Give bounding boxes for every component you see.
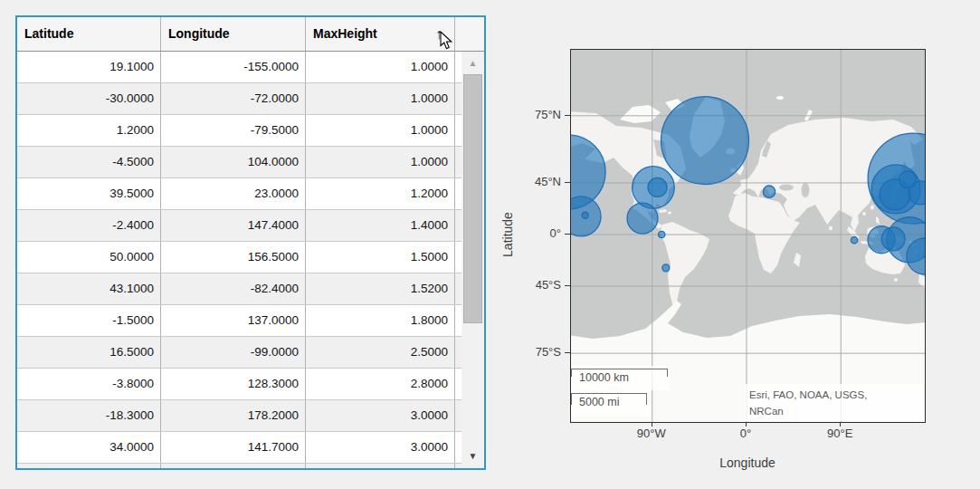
table-row[interactable]: 19.1000-155.00001.0000 <box>17 52 461 83</box>
data-bubble <box>659 231 665 237</box>
scalebar-mi-label: 5000 mi <box>579 396 619 408</box>
table-cell-maxheight[interactable]: 1.0000 <box>306 147 455 177</box>
y-tick-mark <box>565 352 570 353</box>
table-row-filler <box>455 337 461 368</box>
table-cell-maxheight[interactable]: 3.0000 <box>306 464 455 468</box>
table-cell-maxheight[interactable]: 2.5000 <box>306 337 455 368</box>
table-row[interactable]: 43.1000-82.40001.5200 <box>17 273 461 305</box>
table-cell-latitude[interactable]: -1.5000 <box>17 305 161 336</box>
landmass <box>668 212 671 215</box>
table-row[interactable]: -3.8000128.30002.8000 <box>17 369 461 400</box>
table-cell-latitude[interactable]: 19.1000 <box>17 52 161 82</box>
y-tick-label: 45°N <box>516 175 561 188</box>
data-table-panel: Latitude Longitude MaxHeight ↑ 19.1000-1… <box>15 15 486 470</box>
table-cell-latitude[interactable]: -4.5000 <box>17 147 161 177</box>
table-row-filler <box>455 178 461 209</box>
table-row-filler <box>455 369 461 399</box>
table-cell-longitude[interactable]: -82.4000 <box>161 273 306 304</box>
scroll-up-arrow-icon[interactable]: ▲ <box>461 59 484 68</box>
y-tick-label: 75°S <box>516 345 561 359</box>
table-cell-latitude[interactable]: 41.7000 <box>17 464 161 468</box>
table-row[interactable]: -1.5000137.00001.8000 <box>17 305 461 337</box>
table-row-filler <box>455 242 461 273</box>
y-axis-label: Latitude <box>500 212 515 257</box>
table-cell-longitude[interactable]: -155.0000 <box>161 52 306 82</box>
table-cell-latitude[interactable]: -30.0000 <box>17 83 161 114</box>
y-tick-label: 0° <box>516 226 561 240</box>
table-cell-maxheight[interactable]: 1.0000 <box>306 83 455 114</box>
table-cell-longitude[interactable]: -99.0000 <box>161 337 306 368</box>
table-row[interactable]: -18.3000178.20003.0000 <box>17 400 461 432</box>
table-cell-longitude[interactable]: -79.5000 <box>161 115 306 146</box>
table-row-filler <box>455 464 461 468</box>
x-tick-mark <box>840 422 841 427</box>
table-cell-latitude[interactable]: 16.5000 <box>17 337 161 368</box>
table-row[interactable]: 39.500023.00001.2000 <box>17 178 461 210</box>
table-cell-latitude[interactable]: -2.4000 <box>17 210 161 241</box>
scalebar-km: 10000 km <box>571 366 670 390</box>
table-cell-latitude[interactable]: -18.3000 <box>17 400 161 431</box>
data-bubble <box>899 171 916 188</box>
table-row[interactable]: -4.5000104.00001.0000 <box>17 147 461 178</box>
x-axis-label: Longitude <box>719 455 775 470</box>
x-tick-mark <box>652 422 652 427</box>
map-attribution: Esri, FAO, NOAA, USGS, NRCan <box>745 384 924 421</box>
table-cell-latitude[interactable]: 50.0000 <box>17 242 161 273</box>
column-header-latitude[interactable]: Latitude <box>17 17 161 51</box>
table-cell-latitude[interactable]: 1.2000 <box>17 115 161 146</box>
geographic-axes[interactable]: 10000 km 5000 mi Esri, FAO, NOAA, USGS, … <box>570 49 926 423</box>
scrollbar-thumb[interactable] <box>463 74 482 323</box>
table-cell-longitude[interactable]: 128.3000 <box>161 369 306 399</box>
table-cell-maxheight[interactable]: 1.2000 <box>306 178 455 209</box>
table-cell-maxheight[interactable]: 1.5000 <box>306 242 455 273</box>
table-cell-longitude[interactable]: 156.5000 <box>161 242 306 273</box>
column-header-longitude[interactable]: Longitude <box>161 17 306 51</box>
landmass <box>776 96 784 100</box>
y-tick-mark <box>565 234 570 235</box>
y-tick-mark <box>565 285 570 286</box>
table-row[interactable]: 16.5000-99.00002.5000 <box>17 337 461 369</box>
table-cell-latitude[interactable]: 39.5000 <box>17 178 161 209</box>
data-bubble <box>851 237 857 244</box>
table-cell-maxheight[interactable]: 1.5200 <box>306 273 455 304</box>
x-tick-label: 90°W <box>623 427 680 440</box>
table-cell-latitude[interactable]: 34.0000 <box>17 432 161 463</box>
table-cell-longitude[interactable]: -72.0000 <box>161 83 306 114</box>
table-cell-maxheight[interactable]: 3.0000 <box>306 432 455 463</box>
table-row[interactable]: -30.0000-72.00001.0000 <box>17 83 461 115</box>
table-cell-maxheight[interactable]: 2.8000 <box>306 369 455 399</box>
column-header-maxheight[interactable]: MaxHeight ↑ <box>306 17 455 51</box>
table-row[interactable]: 34.0000141.70003.0000 <box>17 432 461 464</box>
table-body: 19.1000-155.00001.0000-30.0000-72.00001.… <box>17 52 461 468</box>
table-cell-longitude[interactable]: 137.0000 <box>161 305 306 336</box>
landmass <box>802 183 810 197</box>
table-cell-longitude[interactable]: 141.7000 <box>161 432 306 463</box>
scalebar-km-label: 10000 km <box>579 371 629 384</box>
table-row[interactable]: 41.700086.88303.0000 <box>17 464 461 468</box>
table-row-filler <box>455 400 461 431</box>
table-cell-longitude[interactable]: 86.8830 <box>161 464 306 468</box>
table-cell-maxheight[interactable]: 1.4000 <box>306 210 455 241</box>
landmass <box>894 278 898 282</box>
table-cell-latitude[interactable]: 43.1000 <box>17 273 161 304</box>
table-row[interactable]: -2.4000147.40001.4000 <box>17 210 461 242</box>
table-cell-longitude[interactable]: 23.0000 <box>161 178 306 209</box>
scroll-down-arrow-icon[interactable]: ▼ <box>461 452 484 461</box>
table-row[interactable]: 50.0000156.50001.5000 <box>17 242 461 273</box>
table-cell-maxheight[interactable]: 1.8000 <box>306 305 455 336</box>
table-row-filler <box>455 273 461 304</box>
x-tick-label: 90°E <box>811 427 869 440</box>
table-row[interactable]: 1.2000-79.50001.0000 <box>17 115 461 147</box>
table-cell-longitude[interactable]: 178.2000 <box>161 400 306 431</box>
table-cell-longitude[interactable]: 104.0000 <box>161 147 306 177</box>
vertical-scrollbar[interactable]: ▲ ▼ <box>461 52 484 468</box>
y-tick-label: 75°N <box>516 108 561 121</box>
table-cell-maxheight[interactable]: 3.0000 <box>306 400 455 431</box>
column-header-label: MaxHeight <box>313 26 377 41</box>
table-cell-maxheight[interactable]: 1.0000 <box>306 52 455 82</box>
table-cell-longitude[interactable]: 147.4000 <box>161 210 306 241</box>
table-row-filler <box>455 147 461 177</box>
data-bubble <box>763 186 775 197</box>
table-cell-maxheight[interactable]: 1.0000 <box>306 115 455 146</box>
table-cell-latitude[interactable]: -3.8000 <box>17 369 161 399</box>
